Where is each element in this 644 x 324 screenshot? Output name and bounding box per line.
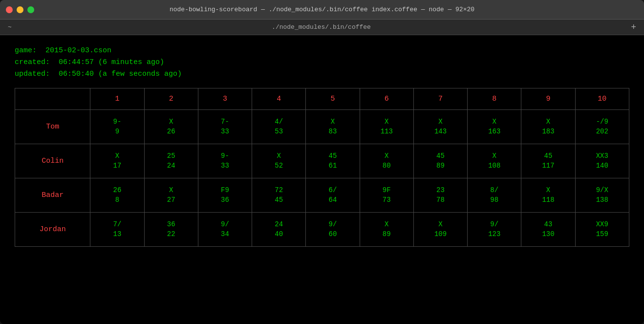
frame-bottom: 34 (198, 230, 252, 239)
frame-top: 9F (360, 186, 413, 195)
traffic-lights (6, 6, 34, 13)
score-cell-badar-frame-5: 6/64 (306, 178, 360, 213)
header-frame-9: 9 (521, 88, 575, 110)
score-cell-badar-frame-2: X27 (144, 178, 198, 213)
frame-top: 9/X (576, 186, 629, 195)
frame-bottom: 26 (145, 127, 198, 137)
frame-bottom: 163 (468, 127, 521, 137)
score-cell-tom-frame-3: 7-33 (198, 110, 252, 144)
maximize-button[interactable] (27, 6, 34, 13)
frame-top: 26 (90, 186, 144, 195)
frame-bottom: 183 (521, 127, 575, 137)
frame-top: XX3 (576, 151, 629, 161)
frame-bottom: 159 (576, 230, 629, 239)
score-cell-tom-frame-2: X26 (144, 110, 198, 144)
frame-bottom: 109 (414, 230, 467, 239)
score-cell-jordan-frame-1: 7/13 (90, 213, 144, 247)
score-cell-badar-frame-9: X118 (521, 178, 575, 213)
frame-top: X (521, 117, 575, 127)
player-name-jordan: Jordan (15, 213, 90, 247)
frame-top: X (521, 186, 575, 195)
minimize-button[interactable] (17, 6, 23, 13)
frame-bottom: 17 (90, 161, 144, 171)
header-frame-7: 7 (413, 88, 467, 110)
frame-bottom: 45 (252, 195, 305, 205)
created-value: 06:44:57 (6 minutes ago) (59, 58, 164, 66)
frame-top: X (468, 117, 521, 127)
score-cell-jordan-frame-8: 9/123 (468, 213, 521, 247)
terminal: game: 2015-02-03.cson created: 06:44:57 … (0, 35, 644, 324)
frame-bottom: 113 (360, 127, 413, 137)
frame-top: 4/ (252, 117, 305, 127)
score-cell-badar-frame-7: 2378 (413, 178, 467, 213)
header-frame-10: 10 (575, 88, 629, 110)
frame-bottom: 80 (360, 161, 413, 171)
new-tab-button[interactable]: + (631, 22, 636, 32)
frame-bottom: 73 (360, 195, 413, 205)
frame-bottom: 123 (468, 230, 521, 239)
frame-top: 9- (198, 151, 252, 161)
scoreboard-table: 12345678910Tom9-9X267-334/53X83X113X143X… (15, 88, 629, 247)
frame-top: 25 (145, 151, 198, 161)
header-frame-4: 4 (252, 88, 306, 110)
score-cell-tom-frame-5: X83 (306, 110, 360, 144)
score-cell-jordan-frame-10: XX9159 (575, 213, 629, 247)
frame-bottom: 89 (360, 230, 413, 239)
game-label: game: (15, 46, 37, 55)
frame-top: X (360, 151, 413, 161)
frame-bottom: 61 (306, 161, 359, 171)
frame-bottom: 36 (198, 195, 252, 205)
frame-top: 8/ (468, 186, 521, 195)
game-line: game: 2015-02-03.cson (15, 45, 629, 57)
frame-bottom: 33 (198, 161, 252, 171)
close-button[interactable] (6, 6, 13, 13)
frame-bottom: 140 (576, 161, 629, 171)
frame-top: 9- (90, 117, 144, 127)
tab-tilde: ~ (8, 23, 12, 31)
score-cell-jordan-frame-5: 9/60 (306, 213, 360, 247)
tab-bar: ~ ./node_modules/.bin/coffee + (0, 20, 644, 35)
frame-top: 72 (252, 186, 305, 195)
frame-bottom: 22 (145, 230, 198, 239)
score-cell-jordan-frame-9: 43130 (521, 213, 575, 247)
frame-top: X (252, 151, 305, 161)
frame-bottom: 8 (90, 195, 144, 205)
player-name-colin: Colin (15, 144, 90, 178)
frame-top: 45 (521, 151, 575, 161)
table-row: ColinX1725249-33X524561X804589X10845117X… (15, 144, 629, 178)
header-frame-8: 8 (468, 88, 521, 110)
frame-bottom: 138 (576, 195, 629, 205)
score-cell-colin-frame-10: XX3140 (575, 144, 629, 178)
header-frame-3: 3 (198, 88, 252, 110)
header-frame-6: 6 (360, 88, 413, 110)
score-cell-colin-frame-1: X17 (90, 144, 144, 178)
created-label: created: (15, 58, 50, 66)
frame-bottom: 33 (198, 127, 252, 137)
score-cell-badar-frame-6: 9F73 (360, 178, 413, 213)
header-empty (15, 88, 90, 110)
score-cell-colin-frame-6: X80 (360, 144, 413, 178)
score-cell-jordan-frame-6: X89 (360, 213, 413, 247)
frame-top: -/9 (576, 117, 629, 127)
frame-top: 45 (306, 151, 359, 161)
frame-bottom: 53 (252, 127, 305, 137)
frame-bottom: 9 (90, 127, 144, 137)
player-name-tom: Tom (15, 110, 90, 144)
game-value: 2015-02-03.cson (45, 46, 111, 55)
frame-top: F9 (198, 186, 252, 195)
frame-top: X (145, 117, 198, 127)
updated-label: updated: (15, 70, 50, 78)
frame-top: 24 (252, 220, 305, 230)
frame-top: 36 (145, 220, 198, 230)
score-cell-jordan-frame-4: 2440 (252, 213, 306, 247)
frame-bottom: 83 (306, 127, 359, 137)
score-cell-tom-frame-1: 9-9 (90, 110, 144, 144)
score-cell-colin-frame-8: X108 (468, 144, 521, 178)
table-row: Jordan7/1336229/3424409/60X89X1099/12343… (15, 213, 629, 247)
tab-path: ./node_modules/.bin/coffee (272, 23, 371, 31)
frame-bottom: 202 (576, 127, 629, 137)
frame-top: X (145, 186, 198, 195)
frame-bottom: 117 (521, 161, 575, 171)
meta-info: game: 2015-02-03.cson created: 06:44:57 … (15, 45, 629, 80)
score-cell-colin-frame-4: X52 (252, 144, 306, 178)
